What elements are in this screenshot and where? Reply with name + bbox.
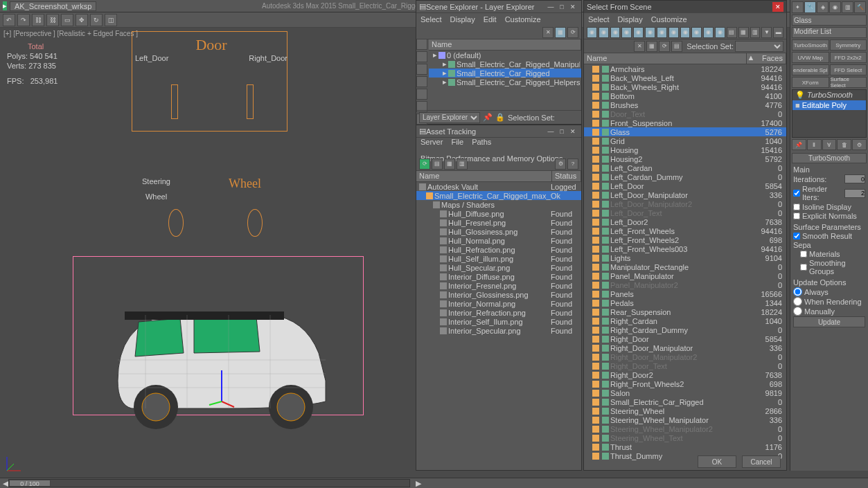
pin-button[interactable]: 📌 [483,113,493,122]
scene-object-item[interactable]: Thrust1176 [584,442,786,451]
vtb-light[interactable] [416,64,427,75]
asset-item[interactable]: Autodesk VaultLogged [416,182,581,191]
layer-item[interactable]: ▸Small_Electric_Car_Rigged [429,69,581,78]
menu-display[interactable]: Display [450,15,475,24]
asset-item[interactable]: Small_Electric_Car_Rigged_max_vray.maxOk [416,191,581,200]
mod-btn-xform[interactable]: XForm [792,77,829,88]
ss-f9[interactable]: ◉ [680,27,691,38]
app-menu-icon[interactable]: ▸ [3,1,7,10]
mod-btn-symmetry[interactable]: Symmetry [830,39,867,51]
select-scene-list[interactable]: Armchairs18224Back_Wheels_Left94416Back_… [584,64,786,469]
ss-f4[interactable]: ◉ [621,27,632,38]
col-faces[interactable]: Faces [755,53,786,64]
scene-object-item[interactable]: Left_Front_Wheels00394416 [584,244,786,253]
remove-mod-button[interactable]: 🗑 [837,139,851,150]
workspace-dropdown[interactable]: AK_Screenshot_wrksp [10,1,96,11]
viewport-label[interactable]: [+] [Perspective ] [Realistic + Edged Fa… [3,30,138,37]
scale-button[interactable]: ◫ [105,14,117,26]
scene-explorer-list[interactable]: ▸0 (default)▸Small_Electric_Car_Rigged_M… [429,51,581,120]
mod-btn-surface-select[interactable]: Surface Select [830,77,867,88]
maximize-icon[interactable]: □ [556,2,567,12]
menu-customize[interactable]: Customize [505,15,541,24]
scene-object-item[interactable]: Panel_Manipulator20 [584,280,786,289]
mod-btn-ffd-select[interactable]: FFD Select [830,64,867,75]
at-btn2[interactable]: ▤ [432,159,443,170]
scene-object-item[interactable]: Right_Cardan1040 [584,316,786,325]
filter-button[interactable]: ✕ [542,27,553,38]
pin-stack-button[interactable]: 📌 [792,139,806,150]
scene-object-item[interactable]: Steering_Wheel2866 [584,406,786,415]
scene-object-item[interactable]: Back_Wheels_Left94416 [584,73,786,82]
link-button[interactable]: ⛓ [32,14,44,26]
scene-object-item[interactable]: Salon9819 [584,388,786,397]
make-unique-button[interactable]: ∀ [822,139,837,150]
configure-button[interactable]: ⚙ [852,139,867,150]
render-iters-check[interactable] [793,190,800,197]
close-icon[interactable]: ✕ [567,127,578,136]
scene-object-item[interactable]: Pedals1344 [584,298,786,307]
ss-f1[interactable]: ◉ [587,27,597,38]
scene-object-item[interactable]: Rear_Suspension18224 [584,307,786,316]
asset-item[interactable]: Hull_Refraction.pngFound [416,245,581,254]
scene-object-item[interactable]: Housing15416 [584,145,786,154]
asset-item[interactable]: Interior_Self_Ilum.pngFound [416,317,581,326]
scene-object-item[interactable]: Panels16566 [584,289,786,298]
scene-object-item[interactable]: Left_Front_Wheels94416 [584,226,786,235]
scene-object-item[interactable]: Right_Door5854 [584,334,786,343]
move-button[interactable]: ✥ [76,14,88,26]
col-name[interactable]: Name [416,171,552,181]
sync-button[interactable]: ⟳ [567,27,578,38]
layer-item[interactable]: ▸Small_Electric_Car_Rigged_Helpers [429,78,581,87]
turbosmooth-rollout[interactable]: TurboSmooth [792,153,867,163]
show-result-button[interactable]: Ⅱ [807,139,822,150]
col-name[interactable]: Name [429,39,581,50]
transform-gizmo[interactable] [208,367,236,408]
scene-object-item[interactable]: Housing25792 [584,154,786,163]
ss-t4[interactable]: ▤ [671,41,682,52]
ss-f8[interactable]: ◉ [668,27,679,38]
menu-customize[interactable]: Customize [651,15,687,24]
scene-object-item[interactable]: Left_Front_Wheels2698 [584,235,786,244]
asset-tracking-list[interactable]: Autodesk VaultLoggedSmall_Electric_Car_R… [416,182,581,473]
asset-item[interactable]: Hull_Self_illum.pngFound [416,254,581,263]
scene-object-item[interactable]: Armchairs18224 [584,64,786,73]
ss-f5[interactable]: ◉ [633,27,644,38]
modifier-item[interactable]: 💡 TurboSmooth [792,90,866,100]
mod-btn-turbosmooth[interactable]: TurboSmooth [792,39,829,51]
col-name[interactable]: Name [584,53,747,64]
ss-t3[interactable]: ⟳ [659,41,670,52]
scene-object-item[interactable]: Brushes4776 [584,100,786,109]
layer-item[interactable]: ▸Small_Electric_Car_Rigged_Manipulator [429,60,581,69]
tab-motion[interactable]: ◉ [829,1,841,13]
unlink-button[interactable]: ⛓ [46,14,59,26]
tab-utilities[interactable]: 🔨 [854,1,866,13]
scene-object-item[interactable]: Panel_Manipulator0 [584,271,786,280]
ss-f11[interactable]: ◉ [703,27,714,38]
smoothing-groups-check[interactable] [800,264,807,271]
rotate-button[interactable]: ↻ [90,14,103,26]
maximize-icon[interactable]: □ [556,127,567,136]
vtb-helper[interactable] [416,89,427,100]
at-btn6[interactable]: ? [567,159,578,170]
scene-object-item[interactable]: Steering_Wheel_Manipulator336 [584,415,786,424]
asset-item[interactable]: Hull_Glossiness.pngFound [416,227,581,236]
explicit-check[interactable] [793,213,800,219]
asset-item[interactable]: Hull_Normal.pngFound [416,236,581,245]
scene-object-item[interactable]: Left_Cardan0 [584,163,786,172]
smooth-result-check[interactable] [793,233,800,240]
ss-f12[interactable]: ◉ [715,27,725,38]
scene-object-item[interactable]: Manipulator_Rectangle0 [584,262,786,271]
col-status[interactable]: Status [552,171,581,181]
refresh-button[interactable]: ⟳ [419,159,430,170]
ss-v1[interactable]: ▤ [727,27,737,38]
display-button[interactable]: ▦ [555,27,566,38]
scene-object-item[interactable]: Bottom4100 [584,91,786,100]
select-button[interactable]: ▭ [61,14,73,26]
minimize-icon[interactable]: — [545,2,556,12]
cancel-button[interactable]: Cancel [742,455,781,468]
minimize-icon[interactable]: — [545,127,556,136]
scene-object-item[interactable]: Steering_Wheel_Text0 [584,433,786,442]
at-btn5[interactable]: ⚙ [555,159,566,170]
ss-v5[interactable]: ▬ [773,27,783,38]
scene-object-item[interactable]: Door_Text0 [584,109,786,118]
